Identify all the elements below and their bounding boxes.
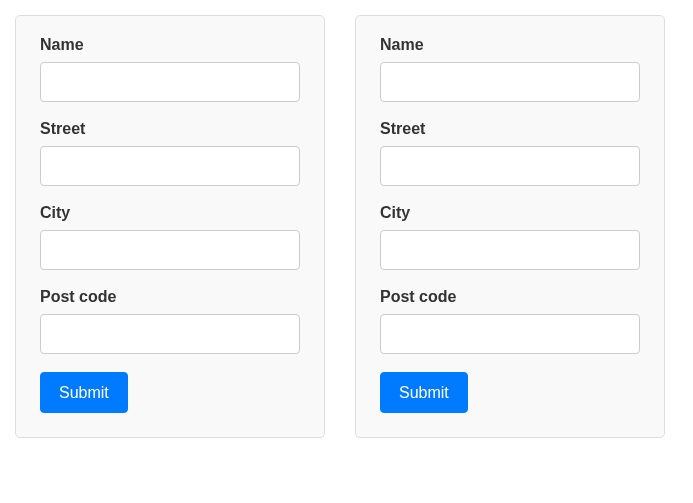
street-label: Street xyxy=(380,120,640,138)
street-input[interactable] xyxy=(380,146,640,186)
name-input[interactable] xyxy=(380,62,640,102)
submit-button[interactable]: Submit xyxy=(40,372,128,413)
form-group-postcode: Post code xyxy=(380,288,640,354)
form-group-name: Name xyxy=(380,36,640,102)
form-group-city: City xyxy=(40,204,300,270)
name-label: Name xyxy=(380,36,640,54)
street-label: Street xyxy=(40,120,300,138)
postcode-label: Post code xyxy=(380,288,640,306)
form-group-postcode: Post code xyxy=(40,288,300,354)
city-input[interactable] xyxy=(40,230,300,270)
city-input[interactable] xyxy=(380,230,640,270)
postcode-input[interactable] xyxy=(40,314,300,354)
city-label: City xyxy=(40,204,300,222)
form-group-name: Name xyxy=(40,36,300,102)
forms-container: Name Street City Post code Submit Name S… xyxy=(15,15,678,438)
form-panel-right: Name Street City Post code Submit xyxy=(355,15,665,438)
form-panel-left: Name Street City Post code Submit xyxy=(15,15,325,438)
postcode-input[interactable] xyxy=(380,314,640,354)
street-input[interactable] xyxy=(40,146,300,186)
submit-button[interactable]: Submit xyxy=(380,372,468,413)
city-label: City xyxy=(380,204,640,222)
name-input[interactable] xyxy=(40,62,300,102)
form-group-street: Street xyxy=(40,120,300,186)
form-group-street: Street xyxy=(380,120,640,186)
name-label: Name xyxy=(40,36,300,54)
postcode-label: Post code xyxy=(40,288,300,306)
form-group-city: City xyxy=(380,204,640,270)
